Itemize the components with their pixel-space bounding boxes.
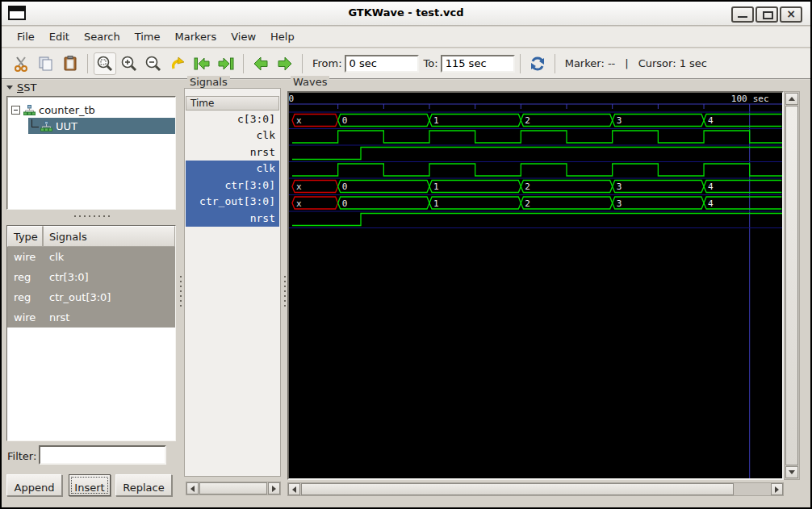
- waveform-canvas[interactable]: 0100secx01234x01234x01234: [289, 93, 782, 478]
- copy-button[interactable]: [35, 52, 57, 75]
- signals-panel: Time c[3:0] clk nrst clk ctr[3:0] ctr_ou…: [184, 88, 281, 477]
- signal-type: reg: [7, 291, 43, 303]
- scrollbar-thumb[interactable]: [785, 106, 798, 465]
- replace-button[interactable]: Replace: [115, 474, 172, 496]
- maximize-button[interactable]: [755, 6, 778, 23]
- cut-button[interactable]: [10, 52, 33, 75]
- svg-text:0: 0: [342, 198, 348, 209]
- append-button[interactable]: Append: [6, 474, 62, 496]
- scroll-down-button[interactable]: [785, 466, 798, 478]
- menu-item-help[interactable]: Help: [263, 27, 302, 46]
- waves-vscrollbar[interactable]: [784, 91, 800, 480]
- menu-item-edit[interactable]: Edit: [42, 27, 77, 46]
- scissors-icon: [13, 55, 31, 73]
- arrow-to-end-icon: [216, 55, 236, 73]
- time-header[interactable]: Time: [186, 96, 279, 111]
- zoom-fit-button[interactable]: [94, 52, 116, 75]
- signal-list-item[interactable]: nrst: [186, 144, 279, 161]
- signal-list-item[interactable]: ctr[3:0]: [186, 177, 279, 194]
- column-header-type[interactable]: Type: [7, 226, 43, 247]
- svg-text:x: x: [296, 181, 302, 192]
- gtkwave-window: GTKWave - test.vcd × File Edit Search Ti…: [0, 0, 812, 509]
- svg-text:4: 4: [708, 181, 714, 192]
- signal-name: ctr[3:0]: [43, 271, 89, 283]
- table-row[interactable]: wire nrst: [7, 307, 175, 328]
- signal-list-item[interactable]: clk: [186, 127, 279, 144]
- toolbar-separator: [520, 54, 521, 73]
- menu-item-time[interactable]: Time: [128, 27, 168, 46]
- signal-type-table: Type Signals wire clk reg ctr[3:0] reg c…: [6, 225, 176, 441]
- zoom-out-icon: [144, 55, 162, 73]
- svg-text:4: 4: [708, 115, 714, 126]
- from-input[interactable]: [345, 55, 419, 73]
- window-title: GTKWave - test.vcd: [2, 6, 810, 19]
- table-row[interactable]: wire clk: [7, 247, 175, 267]
- arrow-left-icon: [251, 55, 270, 73]
- svg-text:100: 100: [731, 94, 747, 104]
- zoom-out-button[interactable]: [142, 52, 165, 75]
- forward-button[interactable]: [274, 52, 296, 75]
- tree-connector: [31, 119, 39, 127]
- reload-icon: [529, 55, 546, 73]
- scroll-right-button[interactable]: [771, 483, 783, 495]
- toolbar-separator: [87, 54, 88, 73]
- signal-list-item[interactable]: c[3:0]: [186, 111, 279, 127]
- column-header-signals[interactable]: Signals: [43, 226, 175, 247]
- scroll-right-button[interactable]: [268, 482, 280, 494]
- table-row[interactable]: reg ctr[3:0]: [7, 267, 175, 287]
- sst-expander[interactable]: SST: [6, 81, 36, 94]
- chevron-down-icon: [6, 86, 13, 90]
- go-to-end-button[interactable]: [215, 52, 237, 75]
- tree-item-label: counter_tb: [39, 104, 95, 116]
- menu-item-markers[interactable]: Markers: [167, 27, 224, 46]
- paste-button[interactable]: [59, 52, 82, 75]
- svg-text:0: 0: [342, 115, 348, 126]
- scrollbar-thumb[interactable]: [199, 482, 267, 494]
- signals-hscrollbar[interactable]: [186, 482, 281, 495]
- reload-button[interactable]: [526, 52, 549, 75]
- svg-text:2: 2: [525, 198, 530, 209]
- titlebar[interactable]: GTKWave - test.vcd ×: [2, 2, 810, 26]
- sst-header-label: SST: [17, 81, 36, 94]
- arrow-right-icon: [275, 55, 295, 73]
- signal-list-item[interactable]: clk: [186, 161, 279, 177]
- tree-item-uut[interactable]: UUT: [28, 118, 175, 134]
- scroll-left-button[interactable]: [186, 482, 199, 494]
- wave-display[interactable]: 0100secx01234x01234x01234: [287, 91, 784, 480]
- signals-frame-label: Signals: [187, 76, 230, 88]
- table-row[interactable]: reg ctr_out[3:0]: [7, 287, 175, 307]
- tree-expander-icon[interactable]: [11, 106, 20, 115]
- back-button[interactable]: [249, 52, 272, 75]
- scroll-left-button[interactable]: [288, 483, 300, 495]
- sst-tree: counter_tb UUT: [6, 96, 176, 210]
- insert-button[interactable]: Insert: [69, 474, 111, 496]
- signal-list-item[interactable]: nrst: [186, 210, 279, 227]
- scroll-up-button[interactable]: [785, 93, 798, 105]
- svg-text:0: 0: [289, 94, 294, 104]
- go-to-start-button[interactable]: [190, 52, 213, 75]
- svg-text:0: 0: [342, 181, 348, 192]
- minimize-button[interactable]: [731, 6, 754, 23]
- from-label: From:: [312, 57, 342, 69]
- close-button[interactable]: ×: [780, 6, 802, 23]
- to-input[interactable]: [441, 55, 515, 73]
- menu-item-view[interactable]: View: [224, 27, 263, 46]
- tree-item-counter-tb[interactable]: counter_tb: [7, 102, 175, 118]
- clipboard-icon: [61, 55, 79, 73]
- undo-arrow-icon: [169, 55, 186, 73]
- waves-hscrollbar[interactable]: [287, 482, 784, 496]
- zoom-undo-button[interactable]: [166, 52, 189, 75]
- menu-item-file[interactable]: File: [10, 27, 42, 46]
- pane-handle-vertical[interactable]: [178, 274, 183, 310]
- menu-item-search[interactable]: Search: [77, 27, 128, 46]
- svg-text:3: 3: [617, 198, 622, 209]
- zoom-in-button[interactable]: [118, 52, 140, 75]
- filter-input[interactable]: [39, 445, 166, 465]
- svg-text:1: 1: [433, 198, 439, 209]
- arrow-to-start-icon: [192, 55, 211, 73]
- scrollbar-thumb[interactable]: [301, 483, 734, 495]
- signal-name: clk: [43, 251, 64, 263]
- svg-text:1: 1: [433, 115, 439, 126]
- pane-handle-horizontal[interactable]: [73, 214, 111, 219]
- signal-list-item[interactable]: ctr_out[3:0]: [186, 194, 279, 211]
